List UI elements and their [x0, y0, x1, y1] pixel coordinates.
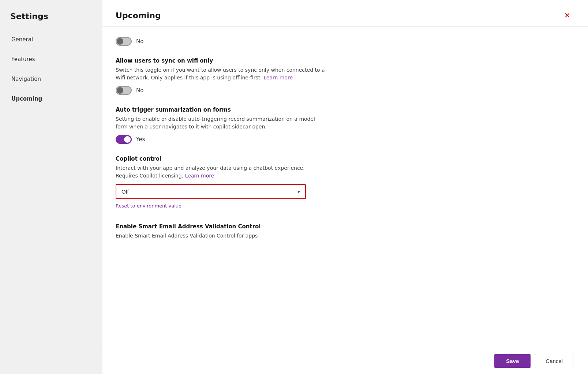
wifi-sync-desc: Switch this toggle on if you want to all… — [116, 66, 328, 82]
main-header: Upcoming ✕ — [102, 0, 588, 27]
toggle-row-wifi-1: No — [116, 37, 573, 46]
section-email-validation: Enable Smart Email Address Validation Co… — [116, 223, 573, 240]
copilot-desc: Interact with your app and analyze your … — [116, 164, 328, 180]
toggle-auto-trigger-label: Yes — [136, 136, 145, 143]
toggle-track-wifi-2 — [116, 86, 132, 95]
toggle-wifi-2-label: No — [136, 87, 143, 94]
main-content[interactable]: No Allow users to sync on wifi only Swit… — [102, 27, 588, 348]
copilot-learn-more[interactable]: Learn more — [185, 173, 214, 179]
toggle-thumb-wifi-2 — [117, 87, 123, 94]
wifi-sync-learn-more[interactable]: Learn more — [263, 75, 293, 81]
copilot-dropdown[interactable]: Off On Default — [116, 185, 305, 198]
copilot-heading: Copilot control — [116, 156, 573, 162]
toggle-row-wifi-2: No — [116, 86, 573, 95]
copilot-dropdown-wrapper: Off On Default ▾ — [116, 184, 306, 199]
toggle-thumb-auto-trigger — [124, 136, 131, 143]
sidebar-item-navigation[interactable]: Navigation — [0, 69, 102, 89]
section-first-toggle: No — [116, 37, 573, 46]
page-title: Upcoming — [116, 11, 161, 20]
sidebar-item-general[interactable]: General — [0, 30, 102, 49]
main-panel: Upcoming ✕ No Allow users to sync on wif… — [102, 0, 588, 374]
section-copilot: Copilot control Interact with your app a… — [116, 156, 573, 212]
section-auto-trigger: Auto trigger summarization on forms Sett… — [116, 106, 573, 144]
toggle-track-wifi-1 — [116, 37, 132, 46]
sidebar: Settings General Features Navigation Upc… — [0, 0, 102, 374]
section-wifi-sync: Allow users to sync on wifi only Switch … — [116, 57, 573, 95]
wifi-sync-heading: Allow users to sync on wifi only — [116, 57, 573, 64]
toggle-wifi-2[interactable] — [116, 86, 132, 95]
toggle-auto-trigger[interactable] — [116, 135, 132, 144]
toggle-thumb-wifi-1 — [117, 38, 123, 45]
toggle-wifi-1-label: No — [136, 38, 143, 45]
sidebar-nav: General Features Navigation Upcoming — [0, 30, 102, 109]
email-validation-desc: Enable Smart Email Address Validation Co… — [116, 232, 328, 240]
sidebar-item-features[interactable]: Features — [0, 49, 102, 69]
toggle-wifi-1[interactable] — [116, 37, 132, 46]
main-footer: Save Cancel — [102, 348, 588, 374]
save-button[interactable]: Save — [494, 354, 531, 368]
sidebar-item-upcoming[interactable]: Upcoming — [0, 89, 102, 109]
auto-trigger-heading: Auto trigger summarization on forms — [116, 106, 573, 113]
reset-to-env-link[interactable]: Reset to environment value — [116, 203, 181, 209]
auto-trigger-desc: Setting to enable or disable auto-trigge… — [116, 115, 328, 131]
cancel-button[interactable]: Cancel — [535, 354, 573, 368]
sidebar-title: Settings — [0, 0, 102, 30]
toggle-track-auto-trigger — [116, 135, 132, 144]
toggle-row-auto-trigger: Yes — [116, 135, 573, 144]
close-button[interactable]: ✕ — [561, 10, 573, 20]
email-validation-heading: Enable Smart Email Address Validation Co… — [116, 223, 573, 230]
